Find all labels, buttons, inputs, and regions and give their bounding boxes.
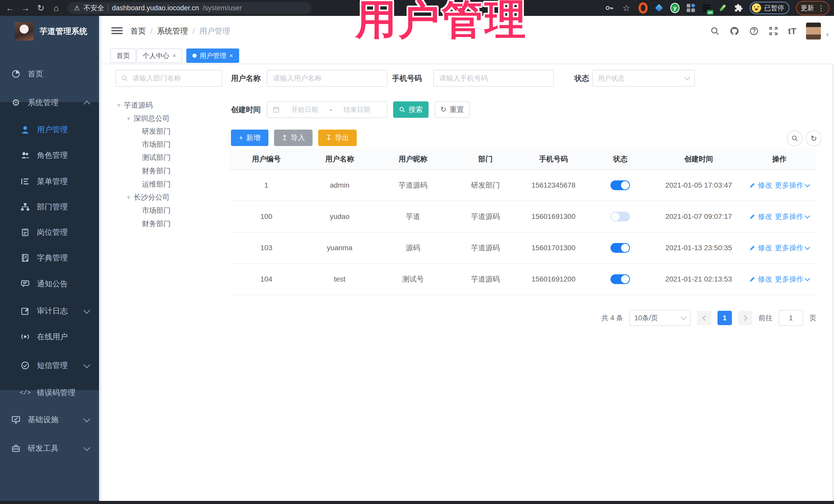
- browser-menu-kebab-icon[interactable]: ⋮: [817, 4, 825, 12]
- sidebar-item-menus[interactable]: 菜单管理: [0, 169, 102, 194]
- sidebar-item-users[interactable]: 用户管理: [0, 117, 102, 143]
- more-actions-link[interactable]: 更多操作: [775, 212, 809, 221]
- user-avatar[interactable]: [806, 23, 821, 40]
- tree-caret-icon[interactable]: ▾: [127, 115, 130, 122]
- tree-node-dept[interactable]: 测试部门: [142, 151, 171, 164]
- key-icon[interactable]: [605, 3, 614, 13]
- edit-link[interactable]: 修改: [749, 212, 772, 221]
- status-toggle[interactable]: [611, 180, 630, 190]
- add-button[interactable]: + 新增: [231, 130, 268, 146]
- tab-home[interactable]: 首页: [110, 48, 136, 63]
- breadcrumb-system[interactable]: 系统管理: [157, 26, 188, 37]
- extension-gem-icon[interactable]: [654, 3, 664, 13]
- extension-pencil-icon[interactable]: [718, 3, 727, 13]
- extensions-puzzle-icon[interactable]: [734, 3, 743, 13]
- sidebar-item-home[interactable]: 首页: [0, 61, 102, 87]
- prev-page-button[interactable]: [697, 311, 711, 325]
- collapse-menu-icon[interactable]: [111, 26, 123, 36]
- mobile-input[interactable]: [439, 74, 548, 83]
- tree-node-dept[interactable]: 市场部门: [142, 138, 171, 151]
- table-row: 104 test 测试号 芋道源码 15601691200 2021-01-21…: [230, 264, 816, 295]
- extension-grid-icon[interactable]: [686, 3, 696, 13]
- import-button[interactable]: ↥ 导入: [274, 130, 312, 146]
- sidebar-item-depts[interactable]: 部门管理: [0, 194, 102, 220]
- sidebar-item-dev-tools[interactable]: 研发工具: [0, 436, 102, 461]
- sidebar-item-posts[interactable]: 岗位管理: [0, 219, 102, 245]
- app-logo-row[interactable]: 芋道管理系统: [0, 16, 102, 47]
- toggle-search-button[interactable]: [787, 130, 803, 146]
- current-page-button[interactable]: 1: [718, 311, 732, 325]
- browser-profile-chip[interactable]: 已暂停: [750, 2, 789, 14]
- mobile-field[interactable]: [433, 70, 554, 87]
- tree-caret-icon[interactable]: ▾: [117, 102, 120, 109]
- help-icon[interactable]: [749, 26, 759, 36]
- goto-page-input[interactable]: [778, 310, 803, 326]
- tab-user-management[interactable]: 用户管理 ×: [186, 48, 239, 63]
- fullscreen-icon[interactable]: [769, 26, 778, 36]
- reload-icon[interactable]: ↻: [36, 3, 46, 13]
- sidebar-item-system[interactable]: ⚙ 系统管理: [0, 90, 102, 115]
- tree-node-dept[interactable]: 财务部门: [142, 164, 171, 178]
- chevron-down-icon: [681, 314, 687, 320]
- bookmark-star-icon[interactable]: ☆: [621, 3, 632, 13]
- extension-switch-on-icon[interactable]: on: [702, 3, 711, 13]
- more-actions-link[interactable]: 更多操作: [775, 180, 809, 190]
- back-icon[interactable]: ←: [5, 3, 15, 13]
- refresh-table-button[interactable]: ↻: [806, 130, 822, 146]
- close-icon[interactable]: ×: [229, 52, 233, 59]
- table-header-row: 用户编号 用户名称 用户昵称 部门 手机号码 状态 创建时间 操作: [230, 149, 816, 170]
- sidebar-item-infrastructure[interactable]: 基础设施: [0, 407, 102, 432]
- tree-node-dept[interactable]: 运维部门: [142, 178, 171, 191]
- status-toggle[interactable]: [611, 274, 630, 284]
- sidebar-item-notice[interactable]: 通知公告: [0, 271, 102, 297]
- search-button[interactable]: 搜索: [393, 101, 429, 118]
- status-toggle[interactable]: [611, 243, 630, 253]
- sidebar-item-audit-log[interactable]: 审计日志: [0, 298, 102, 324]
- url-host: dashboard.yudao.iocoder.cn: [112, 4, 199, 12]
- more-actions-link[interactable]: 更多操作: [775, 243, 809, 253]
- export-button[interactable]: ↧ 导出: [318, 130, 357, 146]
- extension-ubuntu-icon[interactable]: [638, 3, 648, 13]
- dept-search-input[interactable]: [132, 74, 217, 83]
- sidebar-scrollbar[interactable]: [99, 16, 102, 501]
- page-size-select[interactable]: 10条/页: [629, 310, 691, 326]
- status-toggle[interactable]: [611, 212, 630, 221]
- sidebar-item-dict[interactable]: 字典管理: [0, 245, 102, 271]
- tree-node-branch[interactable]: ▾ 长沙分公司: [127, 191, 170, 204]
- github-icon[interactable]: [729, 26, 739, 36]
- more-actions-link[interactable]: 更多操作: [775, 274, 809, 284]
- browser-update-button[interactable]: 更新 ⋮: [796, 1, 829, 15]
- sidebar-item-online-users[interactable]: 在线用户: [0, 324, 102, 350]
- page-scrollbar[interactable]: [832, 16, 834, 501]
- username-input[interactable]: [272, 74, 382, 83]
- address-bar[interactable]: ⚠ 不安全 dashboard.yudao.iocoder.cn/system/…: [67, 2, 311, 14]
- tree-node-company[interactable]: ▾ 深圳总公司: [127, 112, 170, 125]
- breadcrumb-home[interactable]: 首页: [130, 26, 146, 37]
- date-range-picker[interactable]: 开始日期 - 结束日期: [267, 101, 388, 118]
- avatar-caret-icon[interactable]: ▾: [826, 31, 829, 38]
- forward-icon[interactable]: →: [20, 3, 31, 13]
- tree-caret-icon[interactable]: ▾: [127, 194, 130, 201]
- font-size-icon[interactable]: tT: [788, 26, 796, 36]
- sidebar-item-roles[interactable]: 角色管理: [0, 143, 102, 168]
- tree-node-dept[interactable]: 市场部门: [142, 204, 171, 217]
- tree-node-dept[interactable]: 财务部门: [142, 217, 171, 231]
- search-icon[interactable]: [710, 26, 720, 36]
- extension-y-circle-icon[interactable]: y: [670, 3, 680, 13]
- reset-button[interactable]: ↻ 重置: [435, 101, 469, 118]
- tab-profile[interactable]: 个人中心 ×: [136, 48, 182, 63]
- next-page-button[interactable]: [738, 311, 752, 325]
- dept-search-field[interactable]: [115, 70, 222, 87]
- status-select[interactable]: 用户状态: [592, 70, 695, 87]
- sidebar-item-error-codes[interactable]: </> 错误码管理: [0, 380, 102, 406]
- tree-node-dept[interactable]: 研发部门: [142, 125, 171, 138]
- home-icon[interactable]: ⌂: [51, 3, 62, 13]
- tree-node-root[interactable]: ▾ 芋道源码: [117, 98, 153, 112]
- edit-link[interactable]: 修改: [749, 243, 772, 253]
- edit-link[interactable]: 修改: [749, 180, 772, 190]
- username-field[interactable]: [267, 70, 388, 87]
- edit-link[interactable]: 修改: [749, 274, 772, 284]
- plus-icon: +: [239, 134, 243, 141]
- sidebar-item-sms[interactable]: 短信管理: [0, 353, 102, 378]
- close-icon[interactable]: ×: [172, 52, 176, 59]
